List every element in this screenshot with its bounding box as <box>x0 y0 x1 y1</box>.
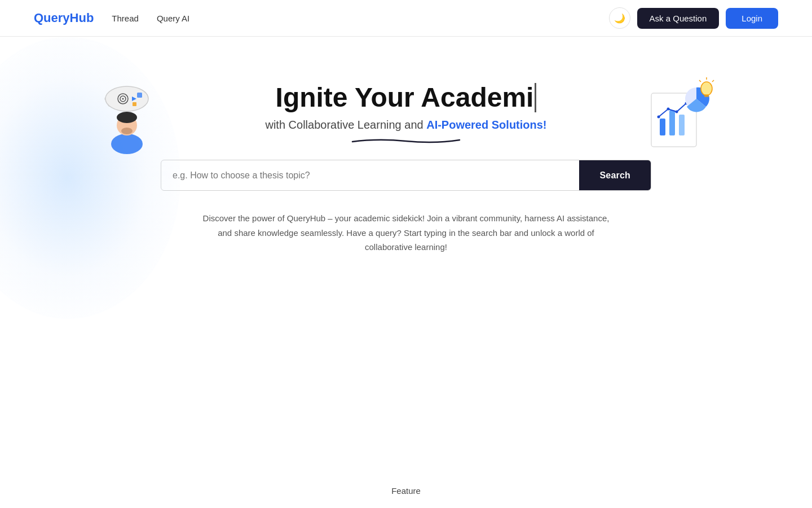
feature-label: Feature <box>391 486 421 496</box>
search-bar: Search <box>161 160 651 191</box>
login-button[interactable]: Login <box>726 8 778 29</box>
svg-point-2 <box>117 112 137 123</box>
navbar: QueryHub Thread Query AI 🌙 Ask a Questio… <box>0 0 812 37</box>
left-illustration <box>90 85 164 158</box>
svg-rect-16 <box>679 115 685 135</box>
nav-link-query-ai[interactable]: Query AI <box>157 14 189 23</box>
hero-subtitle: with Collaborative Learning and AI-Power… <box>265 119 546 132</box>
nav-left: QueryHub Thread Query AI <box>34 11 189 25</box>
moon-icon: 🌙 <box>614 13 625 24</box>
ask-question-button[interactable]: Ask a Question <box>637 8 720 29</box>
nav-right: 🌙 Ask a Question Login <box>609 7 778 29</box>
text-cursor <box>535 83 536 112</box>
svg-point-3 <box>121 128 133 134</box>
hero-title-text: Ignite Your Academi <box>276 82 534 113</box>
underline-decoration <box>350 136 462 143</box>
svg-rect-12 <box>133 102 136 106</box>
svg-rect-14 <box>660 119 665 135</box>
subtitle-highlight: AI-Powered Solutions! <box>426 119 546 131</box>
svg-point-6 <box>105 86 148 111</box>
right-illustration <box>640 76 722 158</box>
svg-line-25 <box>712 80 714 82</box>
svg-line-26 <box>699 80 701 82</box>
hero-title: Ignite Your Academi <box>265 82 546 113</box>
logo[interactable]: QueryHub <box>34 11 94 25</box>
svg-rect-11 <box>137 93 142 98</box>
hero-description: Discover the power of QueryHub – your ac… <box>195 211 617 255</box>
svg-point-17 <box>657 116 660 119</box>
svg-point-18 <box>667 108 670 111</box>
search-button[interactable]: Search <box>579 160 651 190</box>
svg-point-22 <box>701 82 712 95</box>
svg-point-9 <box>122 98 124 100</box>
theme-toggle-button[interactable]: 🌙 <box>609 7 630 29</box>
svg-point-19 <box>676 111 678 113</box>
svg-point-0 <box>111 134 143 154</box>
subtitle-plain: with Collaborative Learning and <box>265 119 426 131</box>
nav-link-thread[interactable]: Thread <box>112 14 139 23</box>
svg-rect-15 <box>669 110 675 135</box>
search-input[interactable] <box>161 160 579 190</box>
hero-content: Ignite Your Academi with Collaborative L… <box>265 82 546 160</box>
svg-rect-23 <box>704 94 709 97</box>
hero-section: Ignite Your Academi with Collaborative L… <box>0 37 812 508</box>
